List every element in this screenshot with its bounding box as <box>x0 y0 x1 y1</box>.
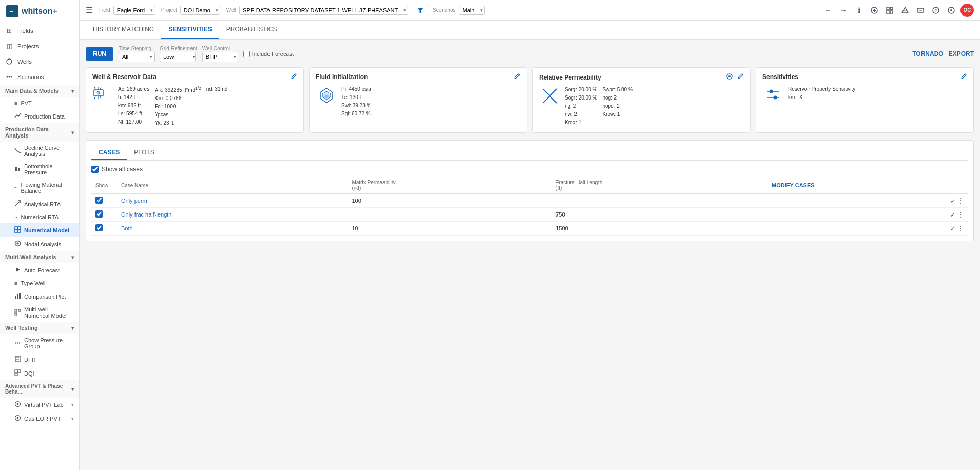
sidebar-item-dfit[interactable]: DFIT <box>0 352 79 366</box>
tornado-button[interactable]: TORNADO <box>912 50 943 57</box>
export-button[interactable]: EXPORT <box>949 50 974 57</box>
case-matrix-perm-1: 100 <box>348 194 551 208</box>
row-more-icon-1[interactable]: ⋮ <box>957 197 964 205</box>
case-name-1[interactable]: Only perm <box>121 198 147 204</box>
nodal-analysis-icon <box>14 240 21 248</box>
case-checkbox-3[interactable] <box>95 224 103 231</box>
sidebar-item-flowing-material[interactable]: ~ Flowing Material Balance <box>0 179 79 197</box>
include-forecast-label: Include Forecast <box>243 51 294 57</box>
sidebar-item-pvt[interactable]: ≡ PVT <box>0 97 79 109</box>
time-stepping-select[interactable]: All <box>119 52 155 62</box>
sidebar-item-production-data[interactable]: Production Data <box>0 109 79 123</box>
icon-btn-4[interactable] <box>914 4 927 16</box>
menu-button[interactable]: ☰ <box>86 5 93 15</box>
sidebar-item-comparison-plot[interactable]: Comparison Plot <box>0 289 79 303</box>
sidebar-item-numerical-model[interactable]: Numerical Model <box>0 223 79 237</box>
sidebar-item-nodal-analysis[interactable]: Nodal Analysis <box>0 237 79 251</box>
well-select[interactable]: SPE-DATA-REPOSITORY-DATASET-1-WELL-37-PH… <box>239 6 408 15</box>
sidebar-item-auto-forecast[interactable]: Auto-Forecast <box>0 263 79 277</box>
card-relperm-body: Sorg: 20.00 % Sogr: 20.00 % ng: 2 nw: 2 … <box>539 86 744 127</box>
svg-rect-9 <box>15 227 17 229</box>
sidebar-item-analytical-rta[interactable]: Analytical RTA <box>0 197 79 211</box>
sidebar-item-decline-curve[interactable]: Decline Curve Analysis <box>0 142 79 160</box>
tab-history-matching[interactable]: HISTORY MATCHING <box>86 21 161 39</box>
relperm-col-1: Sorg: 20.00 % Sogr: 20.00 % ng: 2 nw: 2 … <box>565 86 597 127</box>
sidebar-item-numerical-rta[interactable]: ~ Numerical RTA <box>0 211 79 223</box>
include-forecast-checkbox[interactable] <box>243 51 250 57</box>
svg-point-2 <box>7 59 12 64</box>
well-reservoir-edit-icon[interactable] <box>291 73 297 81</box>
show-all-row: Show all cases <box>91 166 968 173</box>
section-multi-well[interactable]: Multi-Well Analysis ▾ <box>0 251 79 263</box>
card-fluid-initialization: Fluid Initialization <box>309 67 527 133</box>
back-button[interactable]: ← <box>822 4 834 16</box>
sidebar-item-multi-well-numerical[interactable]: Multi-well Numerical Model <box>0 303 79 322</box>
reservoir-col-2: A·k: 392285 ft²md1/2 Фm: 0.0786 Fcl: 100… <box>155 85 201 127</box>
tab-probabilistics[interactable]: PROBABILISTICS <box>219 21 284 39</box>
virtual-pvt-icon <box>14 401 21 408</box>
section-main-data[interactable]: Main Data & Models ▾ <box>0 85 79 97</box>
show-all-checkbox[interactable] <box>91 166 99 173</box>
sidebar-item-chow-pressure[interactable]: Chow Pressure Group <box>0 334 79 352</box>
fluid-edit-icon[interactable] <box>514 73 521 81</box>
card-relperm-header: Relative Permeability <box>539 73 744 82</box>
sidebar-item-scenarios[interactable]: Scenarios <box>0 69 79 85</box>
tab-cases[interactable]: CASES <box>91 146 127 160</box>
section-advanced-pvt[interactable]: Advanced PVT & Phase Beha... ▾ <box>0 380 79 398</box>
sidebar-item-dqi[interactable]: DQI <box>0 366 79 380</box>
field-select[interactable]: Eagle-Ford <box>113 6 155 15</box>
case-checkbox-2[interactable] <box>95 210 103 218</box>
sidebar-item-projects[interactable]: ◫ Projects <box>0 38 79 54</box>
table-row: Only perm 100 ✓ ⋮ <box>91 194 968 208</box>
info-button[interactable]: ℹ <box>853 4 865 16</box>
row-more-icon-2[interactable]: ⋮ <box>957 210 964 219</box>
scenarios-select[interactable]: Main <box>459 6 485 15</box>
analytical-rta-icon <box>14 200 21 208</box>
forward-button[interactable]: → <box>837 4 850 16</box>
well-control-select[interactable]: BHP <box>202 52 238 62</box>
grid-refinement-select[interactable]: Low <box>160 52 196 62</box>
case-checkbox-1[interactable] <box>95 197 103 204</box>
user-avatar[interactable]: OC <box>960 4 974 17</box>
icon-btn-3[interactable] <box>899 4 911 16</box>
chevron-down-icon-5: ▾ <box>71 386 74 392</box>
field-group: Field Eagle-Ford <box>99 6 155 15</box>
filter-icon[interactable] <box>414 4 427 16</box>
sidebar-item-virtual-pvt[interactable]: Virtual PVT Lab ▾ <box>0 398 79 412</box>
wells-icon <box>5 57 13 66</box>
sidebar-item-bottomhole[interactable]: Bottomhole Pressure <box>0 160 79 179</box>
icon-btn-5[interactable]: ? <box>930 4 942 16</box>
relperm-edit-icon[interactable] <box>737 73 744 82</box>
case-name-3[interactable]: Both <box>121 225 133 231</box>
svg-rect-18 <box>19 293 21 299</box>
sidebar-item-fields-label: Fields <box>17 28 33 34</box>
svg-rect-30 <box>15 373 17 376</box>
sidebar-item-fields[interactable]: ⊞ Fields <box>0 23 79 38</box>
icon-btn-1[interactable] <box>868 4 880 16</box>
logo-text: whitson+ <box>22 7 57 16</box>
gas-eor-icon <box>14 415 21 422</box>
tab-plots[interactable]: PLOTS <box>127 146 161 160</box>
card-sensitivities-header: Sensitivities <box>762 73 967 81</box>
reservoir-col-3: nd: 31 nd <box>206 85 228 127</box>
sensitivities-edit-icon[interactable] <box>960 73 967 81</box>
tab-sensitivities[interactable]: SENSITIVITIES <box>161 21 219 39</box>
svg-point-34 <box>17 417 19 419</box>
row-more-icon-3[interactable]: ⋮ <box>957 224 964 232</box>
icon-btn-6[interactable] <box>945 4 957 16</box>
cases-section: CASES PLOTS Show all cases Show Case Nam… <box>86 140 974 241</box>
modify-cases-button[interactable]: MODIFY CASES <box>772 182 815 188</box>
sidebar-item-wells[interactable]: Wells <box>0 54 79 69</box>
relperm-view-icon[interactable] <box>726 73 733 82</box>
svg-point-63 <box>728 75 731 77</box>
case-name-2[interactable]: Only frac half-length <box>121 211 171 218</box>
section-production-analysis[interactable]: Production Data Analysis ▾ <box>0 123 79 142</box>
project-select[interactable]: DQI Demo <box>180 6 220 15</box>
section-well-testing[interactable]: Well Testing ▾ <box>0 322 79 334</box>
run-button[interactable]: RUN <box>86 47 113 61</box>
field-select-wrap: Eagle-Ford <box>113 6 155 15</box>
sidebar-item-type-well[interactable]: ≡ Type Well <box>0 277 79 289</box>
icon-btn-2[interactable] <box>883 4 896 16</box>
reservoir-illustration <box>92 85 114 106</box>
sidebar-item-gas-eor[interactable]: Gas EOR PVT ▾ <box>0 412 79 425</box>
